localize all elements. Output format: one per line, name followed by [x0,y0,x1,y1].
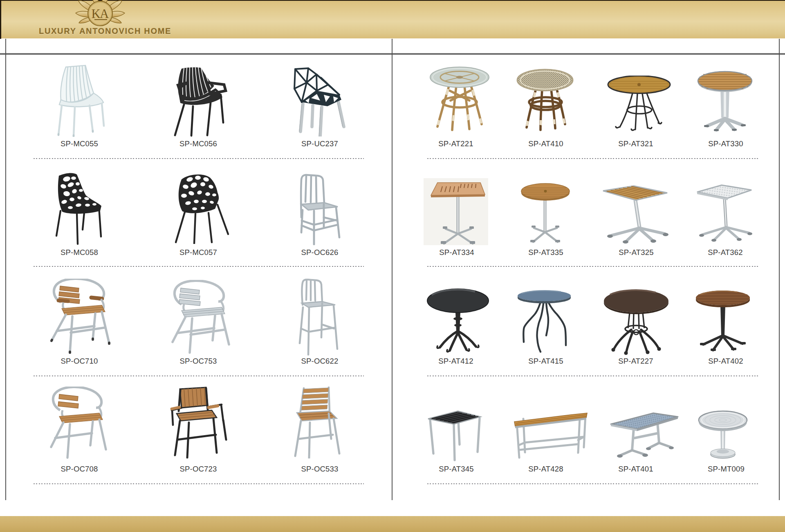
svg-text:KA: KA [92,7,109,21]
